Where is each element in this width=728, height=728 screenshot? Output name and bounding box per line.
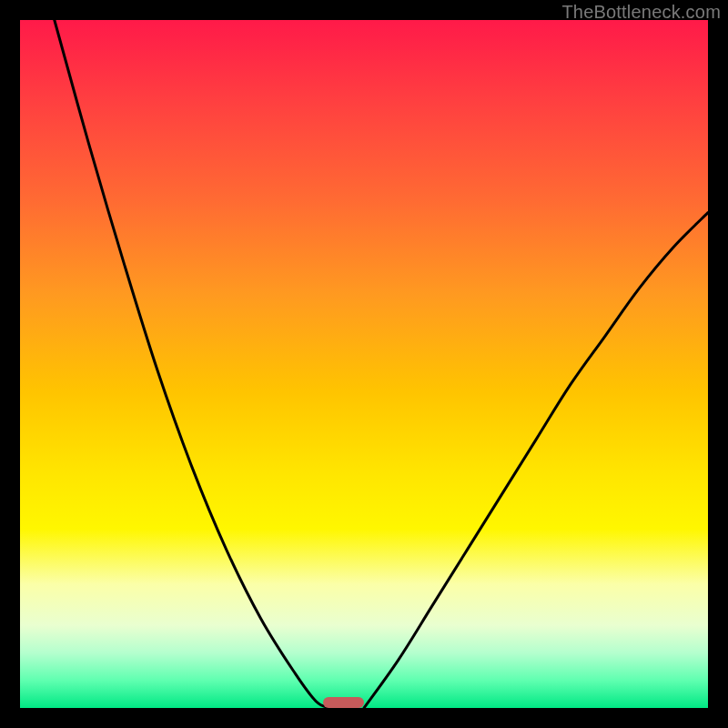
outer-frame: TheBottleneck.com	[0, 0, 728, 728]
curve-layer	[20, 20, 708, 708]
watermark-text: TheBottleneck.com	[561, 2, 721, 23]
bottleneck-curve-right	[364, 213, 708, 708]
optimal-marker	[323, 697, 364, 708]
bottleneck-curve-left	[55, 20, 329, 708]
